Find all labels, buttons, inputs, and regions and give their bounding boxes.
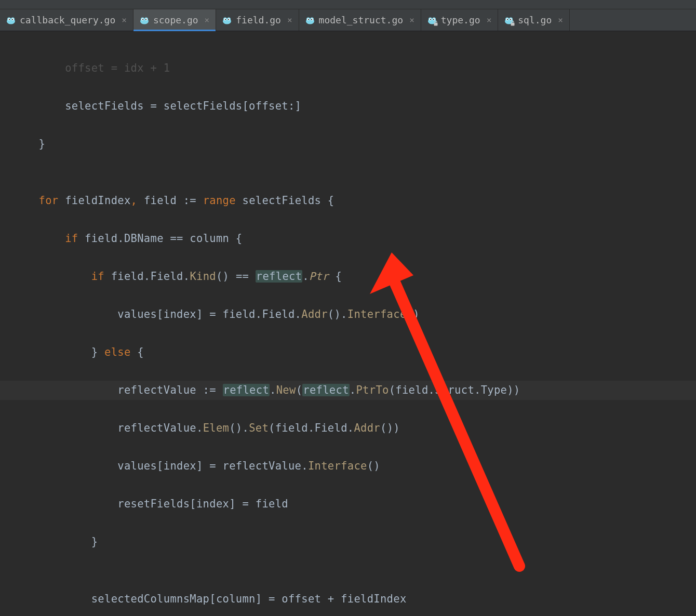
code-line: selectFields = selectFields[offset:] <box>12 97 691 116</box>
svg-point-19 <box>225 19 226 20</box>
go-file-icon <box>305 16 315 24</box>
svg-point-26 <box>308 19 309 20</box>
go-file-icon <box>140 16 149 24</box>
go-file-icon <box>6 16 16 24</box>
tab-sql[interactable]: sql.go × <box>498 9 570 31</box>
code-line: values[index] = reflectValue.Interface() <box>12 457 691 476</box>
svg-point-27 <box>311 19 312 20</box>
close-icon[interactable]: × <box>203 15 210 25</box>
code-line: } <box>12 135 691 154</box>
code-line-highlighted: reflectValue := reflect.New(reflect.PtrT… <box>0 381 696 400</box>
tab-field[interactable]: field.go × <box>216 9 299 31</box>
go-file-icon <box>222 16 232 24</box>
code-line: if field.Field.Kind() == reflect.Ptr { <box>12 267 691 286</box>
svg-point-13 <box>145 19 146 20</box>
svg-point-20 <box>228 19 229 20</box>
svg-point-41 <box>507 19 508 20</box>
svg-point-6 <box>12 19 13 20</box>
tab-bar: callback_query.go × scope.go × field.go … <box>0 9 696 31</box>
tab-callback-query[interactable]: callback_query.go × <box>0 9 133 31</box>
toolbar-strip <box>0 0 696 9</box>
tab-scope[interactable]: scope.go × <box>133 9 216 31</box>
close-icon[interactable]: × <box>556 15 563 25</box>
close-icon[interactable]: × <box>407 15 414 25</box>
code-line: resetFields[index] = field <box>12 494 691 514</box>
svg-point-12 <box>142 19 143 20</box>
code-editor[interactable]: offset = idx + 1 selectFields = selectFi… <box>0 31 696 616</box>
go-file-icon <box>504 16 514 24</box>
tab-label: sql.go <box>518 15 552 25</box>
svg-point-42 <box>510 19 511 20</box>
close-icon[interactable]: × <box>119 15 127 25</box>
tab-label: callback_query.go <box>20 15 115 25</box>
close-icon[interactable]: × <box>485 15 492 25</box>
code-line: offset = idx + 1 <box>12 59 691 78</box>
code-line: } else { <box>12 343 691 362</box>
tab-label: scope.go <box>153 15 198 25</box>
go-file-icon <box>427 16 437 24</box>
svg-point-5 <box>9 19 10 20</box>
code-line: selectedColumnsMap[column] = offset + fi… <box>12 590 691 609</box>
lock-icon <box>433 21 438 26</box>
tab-label: model_struct.go <box>319 15 404 25</box>
tab-label: field.go <box>236 15 281 25</box>
svg-point-33 <box>430 19 431 20</box>
tab-label: type.go <box>441 15 480 25</box>
tab-model-struct[interactable]: model_struct.go × <box>299 9 421 31</box>
lock-icon <box>510 21 515 26</box>
svg-rect-35 <box>434 23 437 26</box>
code-line: reflectValue.Elem().Set(field.Field.Addr… <box>12 419 691 438</box>
code-line: if field.DBName == column { <box>12 229 691 248</box>
close-icon[interactable]: × <box>285 15 292 25</box>
svg-rect-43 <box>511 23 515 26</box>
code-line: for fieldIndex, field := range selectFie… <box>12 191 691 210</box>
code-line: } <box>12 532 691 552</box>
svg-point-34 <box>433 19 434 20</box>
code-line: values[index] = field.Field.Addr().Inter… <box>12 305 691 324</box>
tab-type[interactable]: type.go × <box>421 9 499 31</box>
